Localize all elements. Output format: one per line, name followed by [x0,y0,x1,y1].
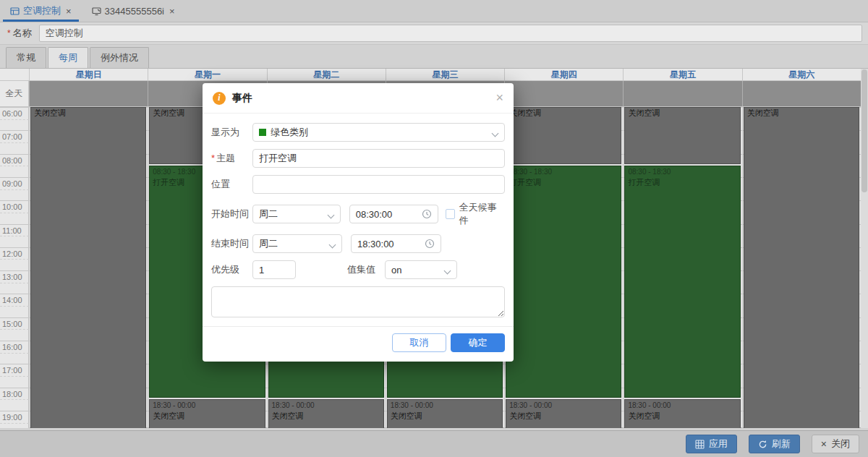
required-asterisk: * [7,28,11,38]
refresh-icon [758,440,767,449]
event-block-ac-off[interactable]: 18:30 - 00:00关闭空调 [149,399,265,428]
event-title: 关闭空调 [153,411,261,421]
subject-input[interactable] [252,149,505,168]
day-column[interactable]: 关闭空调08:30 - 18:30打开空调18:30 - 00:00关闭空调 [623,107,741,428]
location-input[interactable] [252,175,505,194]
event-block-ac-off[interactable]: 关闭空调 [30,107,146,428]
start-day-select[interactable]: 周二 [252,205,341,223]
event-block-ac-off[interactable]: 18:30 - 00:00关闭空调 [624,399,740,428]
hour-label: 16:00 [2,343,22,351]
end-time-label: 结束时间 [211,237,252,250]
scrollbar-thumb[interactable] [861,69,867,192]
end-day-select[interactable]: 周二 [252,234,342,253]
end-time-row: 结束时间 周二 18:30:00 [211,234,505,253]
event-title: 关闭空调 [391,411,499,421]
apply-button[interactable]: 应用 [686,435,737,453]
window-tab-bar: 空调控制 × 33445555556i × [0,0,868,22]
window-tab-device[interactable]: 33445555556i × [82,0,185,22]
tab-weekly[interactable]: 每周 [48,47,88,68]
start-time-value: 08:30:00 [356,209,393,220]
refresh-button[interactable]: 刷新 [749,435,800,453]
ok-button[interactable]: 确定 [451,333,505,352]
all-day-checkbox[interactable]: 全天候事件 [446,201,505,227]
name-field-row: * 名称 [0,22,868,45]
dialog-header: i 事件 × [203,83,514,114]
day-header-row: 星期日星期一星期二星期三星期四星期五星期六 [0,69,868,81]
cancel-button[interactable]: 取消 [392,333,446,352]
display-as-select[interactable]: 绿色类别 [252,123,505,142]
start-time-input[interactable]: 08:30:00 [349,205,438,223]
day-column[interactable]: 关闭空调 [742,107,861,428]
location-label: 位置 [211,178,252,191]
chevron-down-icon [327,212,334,219]
clock-icon [425,239,435,249]
event-block-ac-off[interactable]: 18:30 - 00:00关闭空调 [506,399,621,428]
event-block-ac-off[interactable]: 关闭空调 [744,107,859,428]
event-block-ac-on[interactable]: 08:30 - 18:30打开空调 [624,166,740,398]
checkbox-box[interactable] [446,209,456,219]
note-textarea[interactable] [211,286,505,317]
event-title: 关闭空调 [34,108,142,118]
device-tab-icon [92,7,101,16]
event-time-range: 18:30 - 00:00 [272,401,380,410]
event-time-range: 18:30 - 00:00 [509,401,618,410]
day-column[interactable]: 关闭空调 [29,107,148,428]
scrollbar-track[interactable] [861,69,868,428]
event-block-ac-off[interactable]: 关闭空调 [506,107,621,164]
hour-label: 15:00 [2,320,22,328]
hour-label: 11:00 [2,226,22,235]
end-day-value: 周二 [259,237,278,250]
event-block-ac-off[interactable]: 关闭空调 [624,107,740,164]
close-icon[interactable]: × [66,6,72,17]
name-input[interactable] [39,25,862,42]
all-day-cell[interactable] [742,81,861,106]
event-block-ac-on[interactable]: 08:30 - 18:30打开空调 [506,166,621,398]
close-icon[interactable]: × [169,6,175,17]
event-time-range: 18:30 - 00:00 [391,401,499,410]
all-day-cell[interactable] [623,81,741,106]
event-title: 关闭空调 [509,108,618,118]
value-set-select[interactable]: on [385,260,457,279]
green-category-swatch [259,129,266,136]
event-time-range: 08:30 - 18:30 [509,167,618,176]
location-row: 位置 [211,175,505,194]
event-time-range: 18:30 - 00:00 [153,401,261,410]
value-set-value: on [391,265,401,276]
hour-label: 14:00 [2,296,22,304]
clock-icon [422,209,432,219]
display-as-label: 显示为 [211,126,252,139]
hour-label: 06:00 [2,109,22,118]
subject-label-text: 主题 [216,153,235,163]
close-button[interactable]: × 关闭 [812,435,859,453]
day-header: 星期四 [504,69,623,80]
priority-row: 优先级 值集值 on [211,260,505,279]
subject-row: *主题 [211,149,505,168]
tab-exceptions[interactable]: 例外情况 [90,47,149,68]
day-header: 星期六 [742,69,861,80]
event-block-ac-off[interactable]: 18:30 - 00:00关闭空调 [387,399,503,428]
event-block-ac-off[interactable]: 18:30 - 00:00关闭空调 [268,399,384,428]
window-tab-ac-control[interactable]: 空调控制 × [0,0,82,22]
hour-label: 19:00 [2,413,22,422]
apply-button-label: 应用 [709,437,728,450]
dialog-body: 显示为 绿色类别 *主题 位置 开始时间 周二 08:30:00 [203,114,514,326]
hour-label: 10:00 [2,202,22,211]
tab-general[interactable]: 常规 [6,47,46,68]
start-day-value: 周二 [259,208,278,221]
day-column[interactable]: 关闭空调08:30 - 18:30打开空调18:30 - 00:00关闭空调 [504,107,623,428]
dialog-footer: 取消 确定 [203,326,514,362]
info-icon: i [213,92,226,105]
priority-input[interactable] [252,260,296,279]
end-time-input[interactable]: 18:30:00 [351,234,441,253]
close-icon[interactable]: × [495,90,503,106]
schedule-tab-strip: 常规 每周 例外情况 [0,45,868,69]
all-day-cell[interactable] [504,81,623,106]
all-day-cell[interactable] [29,81,148,106]
close-x-icon: × [821,439,827,449]
hour-label: 17:00 [2,366,22,375]
start-time-row: 开始时间 周二 08:30:00 全天候事件 [211,201,505,227]
subject-label: *主题 [211,152,252,165]
day-header: 星期日 [29,69,148,80]
day-header: 星期三 [386,69,504,80]
display-as-row: 显示为 绿色类别 [211,123,505,142]
